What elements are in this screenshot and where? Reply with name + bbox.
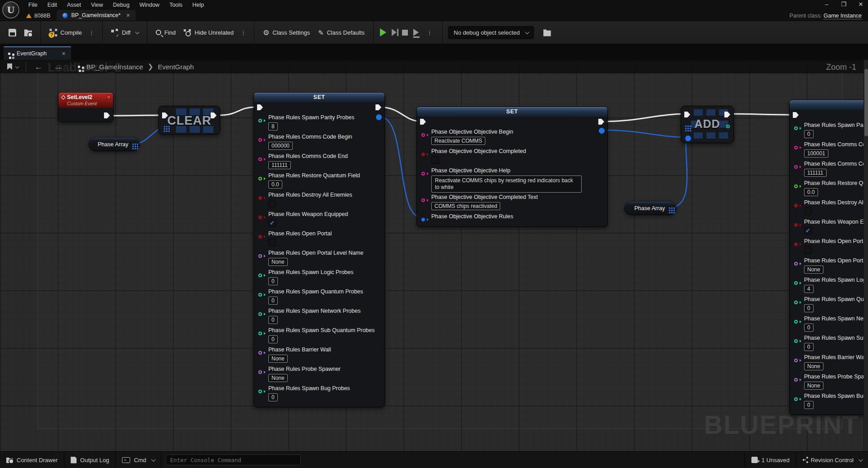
class-defaults-button[interactable]: ✎ Class Defaults <box>314 26 368 39</box>
name-pin[interactable] <box>794 378 798 382</box>
bool-pin[interactable] <box>794 204 798 207</box>
int-pin[interactable] <box>794 301 798 304</box>
event-graph-canvas[interactable]: LoadLevel_2 SetLevel2 Custom Event C <box>0 60 868 451</box>
chevron-down-icon[interactable] <box>15 65 19 68</box>
vertical-scrollbar[interactable] <box>863 60 868 451</box>
pin-value-input[interactable]: 0 <box>804 304 814 312</box>
menu-tools[interactable]: Tools <box>164 2 187 8</box>
save-button[interactable] <box>5 26 20 39</box>
pin-value-input[interactable]: None <box>804 266 823 274</box>
bool-pin[interactable] <box>794 243 798 246</box>
string-pin[interactable] <box>258 158 262 161</box>
parent-class-link[interactable]: Game Instance <box>823 13 862 19</box>
debug-object-dropdown[interactable]: No debug object selected <box>448 26 534 39</box>
diff-button[interactable]: Diff <box>107 26 142 39</box>
checkbox-unchecked[interactable]: ✓ <box>804 246 812 254</box>
menu-window[interactable]: Window <box>135 2 164 8</box>
maximize-button[interactable]: ❐ <box>840 1 847 8</box>
string-pin[interactable] <box>421 133 425 137</box>
array-output-pin[interactable] <box>132 144 134 145</box>
stop-button[interactable] <box>402 30 408 36</box>
object-pin[interactable] <box>421 218 425 221</box>
int-pin[interactable] <box>258 119 262 122</box>
exec-in-pin[interactable] <box>793 112 799 118</box>
string-pin[interactable] <box>258 138 262 142</box>
class-settings-button[interactable]: ⚙ Class Settings <box>259 26 314 39</box>
tab-bp-gameinstance[interactable]: BP_GameInstance* ✕ <box>57 10 136 21</box>
console-command-input[interactable] <box>166 454 301 465</box>
int-pin[interactable] <box>794 339 798 343</box>
int-pin[interactable] <box>794 320 798 324</box>
pin-value-input[interactable]: 0.0 <box>268 180 282 189</box>
name-pin[interactable] <box>258 370 262 374</box>
hide-unrelated-button[interactable]: Hide Unrelated <box>180 26 238 39</box>
breadcrumb-root[interactable]: BP_GameInstance <box>86 63 143 71</box>
find-button[interactable]: Find <box>152 27 180 39</box>
pin-value-input[interactable]: 0 <box>804 130 814 138</box>
menu-asset[interactable]: Asset <box>62 2 86 8</box>
checkbox-checked[interactable]: ✓ <box>804 227 812 234</box>
node-get-phase-array[interactable]: Phase Array <box>624 201 676 215</box>
pin-value-input[interactable]: 0 <box>804 401 814 409</box>
hide-unrelated-kebab[interactable]: ⋮ <box>238 29 249 36</box>
tab-eventgraph[interactable]: EventGraph ✕ <box>4 46 71 60</box>
pin-value-input[interactable]: 000000 <box>268 142 293 150</box>
exec-out-pin[interactable] <box>375 104 381 110</box>
exec-out-pin[interactable] <box>724 112 730 117</box>
int-pin[interactable] <box>258 312 262 316</box>
name-pin[interactable] <box>794 359 798 362</box>
pin-value-input[interactable]: 100001 <box>804 149 828 158</box>
pin-value-input[interactable]: Reactivate COMMS <box>431 137 485 145</box>
scrollbar-handle[interactable] <box>864 69 868 136</box>
node-array-add[interactable]: ADD <box>681 106 734 143</box>
int-pin[interactable] <box>794 281 798 285</box>
tab-close-icon[interactable]: ✕ <box>61 51 67 57</box>
int-pin[interactable] <box>258 274 262 277</box>
float-pin[interactable] <box>258 177 262 180</box>
exec-out-pin[interactable] <box>104 112 110 118</box>
content-drawer-button[interactable]: Content Drawer <box>0 452 64 468</box>
exec-in-pin[interactable] <box>684 112 690 117</box>
pin-value-input[interactable]: 0 <box>804 343 814 351</box>
int-pin[interactable] <box>258 390 262 393</box>
unsaved-button[interactable]: 1 Unsaved <box>745 452 796 468</box>
name-pin[interactable] <box>258 254 262 258</box>
pin-value-input[interactable]: None <box>268 258 288 266</box>
node-custom-event-setlevel2[interactable]: SetLevel2 Custom Event <box>58 92 113 122</box>
bool-pin[interactable] <box>794 223 798 227</box>
pin-value-input[interactable]: 111111 <box>268 161 291 169</box>
launch-button[interactable] <box>413 29 419 36</box>
array-output-pin[interactable] <box>669 207 670 209</box>
string-pin[interactable] <box>421 172 425 176</box>
int-pin[interactable] <box>258 332 262 335</box>
output-log-button[interactable]: Output Log <box>64 452 116 468</box>
pin-value-input[interactable]: None <box>804 362 823 370</box>
frame-skip-button[interactable] <box>392 29 397 36</box>
breadcrumb-current[interactable]: EventGraph <box>158 63 194 71</box>
pin-value-input[interactable]: 0 <box>268 297 278 305</box>
play-button[interactable] <box>380 28 386 36</box>
back-button[interactable]: ← <box>29 63 48 71</box>
menu-file[interactable]: File <box>23 2 42 8</box>
menu-edit[interactable]: Edit <box>42 2 62 8</box>
unreal-logo-icon[interactable]: U <box>2 1 19 18</box>
minimize-button[interactable]: – <box>823 1 830 8</box>
cmd-dropdown[interactable]: >_ Cmd <box>116 452 161 468</box>
menu-view[interactable]: View <box>86 2 108 8</box>
play-options-kebab[interactable]: ⋮ <box>424 29 436 36</box>
compile-options-kebab[interactable]: ⋮ <box>86 29 98 36</box>
node-set-phase-objective[interactable]: SET Phase Objective Objective BeginReact… <box>416 107 608 227</box>
checkbox-unchecked[interactable]: ✓ <box>268 200 276 207</box>
pin-value-input[interactable]: 111111 <box>804 169 827 177</box>
pin-value-input[interactable]: None <box>268 355 288 363</box>
pin-value-input[interactable]: 0 <box>268 335 278 343</box>
node-get-phase-array[interactable]: Phase Array <box>89 137 140 151</box>
pin-value-input[interactable]: None <box>268 374 288 382</box>
pin-value-input[interactable]: 0 <box>268 277 278 285</box>
name-pin[interactable] <box>794 262 798 266</box>
pin-value-input[interactable]: 0 <box>268 316 278 324</box>
tab-close-icon[interactable]: ✕ <box>125 13 131 18</box>
exec-in-pin[interactable] <box>420 119 426 125</box>
exec-in-pin[interactable] <box>257 104 263 110</box>
bool-pin[interactable] <box>258 216 262 219</box>
